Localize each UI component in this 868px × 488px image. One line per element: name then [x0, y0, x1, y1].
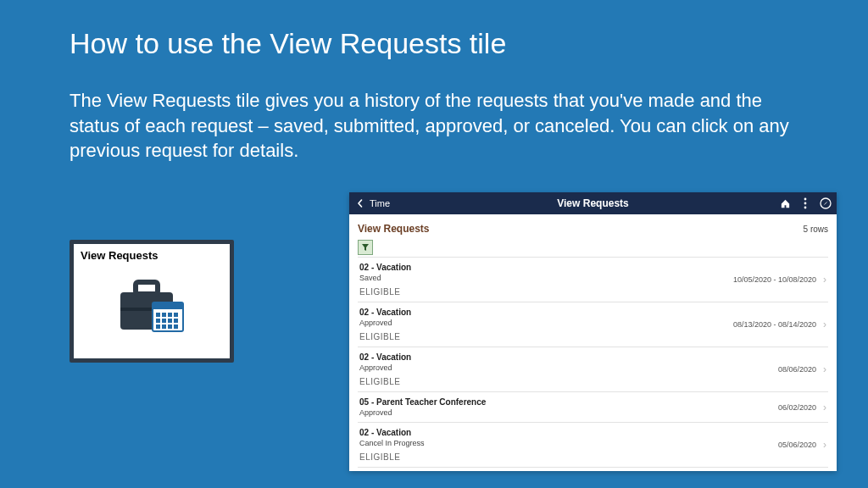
slide-body-text: The View Requests tile gives you a histo… — [70, 88, 798, 164]
compass-icon[interactable] — [820, 197, 832, 209]
svg-rect-4 — [153, 302, 183, 309]
app-header: Time View Requests — [349, 192, 837, 214]
row-type: 02 - Vacation — [359, 352, 411, 362]
row-date: 06/02/2020 — [778, 403, 816, 412]
chevron-right-icon: › — [823, 274, 826, 286]
row-status: Approved — [359, 363, 411, 372]
svg-rect-10 — [162, 319, 166, 323]
svg-rect-1 — [136, 282, 158, 294]
slide-title: How to use the View Requests tile — [70, 27, 506, 60]
request-row[interactable]: 02 - VacationCancel In ProgressELIGIBLE0… — [358, 423, 828, 468]
row-type: 05 - Parent Teacher Conference — [359, 397, 486, 407]
svg-rect-15 — [168, 324, 172, 329]
svg-rect-7 — [168, 313, 172, 317]
row-eligible: ELIGIBLE — [359, 332, 411, 341]
tile-icon-wrap — [81, 262, 223, 351]
row-status: Approved — [359, 319, 411, 327]
chevron-right-icon: › — [823, 439, 826, 451]
row-date: 08/13/2020 - 08/14/2020 — [733, 320, 816, 329]
tile-title: View Requests — [81, 249, 223, 262]
request-list: 02 - VacationSavedELIGIBLE10/05/2020 - 1… — [358, 257, 828, 468]
svg-rect-16 — [174, 324, 178, 329]
menu-kebab-icon[interactable] — [799, 197, 811, 209]
row-status: Approved — [359, 408, 486, 417]
app-panel: Time View Requests View Requests 5 rows … — [349, 192, 837, 471]
row-date: 08/06/2020 — [778, 365, 816, 374]
svg-rect-5 — [156, 313, 160, 317]
view-requests-tile[interactable]: View Requests — [70, 240, 234, 363]
request-row[interactable]: 02 - VacationApprovedELIGIBLE08/06/2020› — [358, 347, 828, 392]
svg-rect-11 — [168, 319, 172, 323]
row-date: 10/05/2020 - 10/08/2020 — [733, 275, 816, 284]
row-status: Saved — [359, 274, 411, 282]
svg-rect-13 — [156, 324, 160, 329]
chevron-left-icon — [354, 197, 366, 209]
app-content: View Requests 5 rows 02 - VacationSavedE… — [349, 214, 837, 471]
svg-rect-14 — [162, 324, 166, 329]
svg-point-18 — [804, 202, 807, 205]
chevron-right-icon: › — [823, 402, 826, 413]
back-label: Time — [370, 198, 390, 208]
svg-rect-8 — [174, 313, 178, 317]
home-icon[interactable] — [779, 197, 791, 209]
briefcase-calendar-icon — [115, 277, 188, 336]
filter-icon — [361, 243, 370, 252]
svg-rect-9 — [156, 319, 160, 323]
row-status: Cancel In Progress — [359, 439, 425, 447]
svg-rect-12 — [174, 319, 178, 323]
row-eligible: ELIGIBLE — [359, 377, 411, 386]
svg-rect-6 — [162, 313, 166, 317]
request-row[interactable]: 05 - Parent Teacher ConferenceApproved06… — [358, 392, 828, 423]
app-title: View Requests — [349, 197, 837, 209]
row-type: 02 - Vacation — [359, 263, 411, 272]
row-count: 5 rows — [804, 225, 828, 234]
svg-point-19 — [804, 207, 807, 209]
request-row[interactable]: 02 - VacationSavedELIGIBLE10/05/2020 - 1… — [358, 258, 828, 302]
back-button[interactable]: Time — [354, 197, 390, 209]
chevron-right-icon: › — [823, 363, 826, 375]
svg-point-17 — [804, 198, 807, 201]
filter-button[interactable] — [358, 240, 373, 255]
row-type: 02 - Vacation — [359, 428, 425, 437]
request-row[interactable]: 02 - VacationApprovedELIGIBLE08/13/2020 … — [358, 302, 828, 347]
row-eligible: ELIGIBLE — [359, 452, 425, 462]
row-eligible: ELIGIBLE — [359, 287, 411, 297]
row-date: 05/06/2020 — [778, 441, 816, 449]
section-title: View Requests — [358, 223, 429, 235]
row-type: 02 - Vacation — [359, 308, 411, 317]
chevron-right-icon: › — [823, 319, 826, 330]
